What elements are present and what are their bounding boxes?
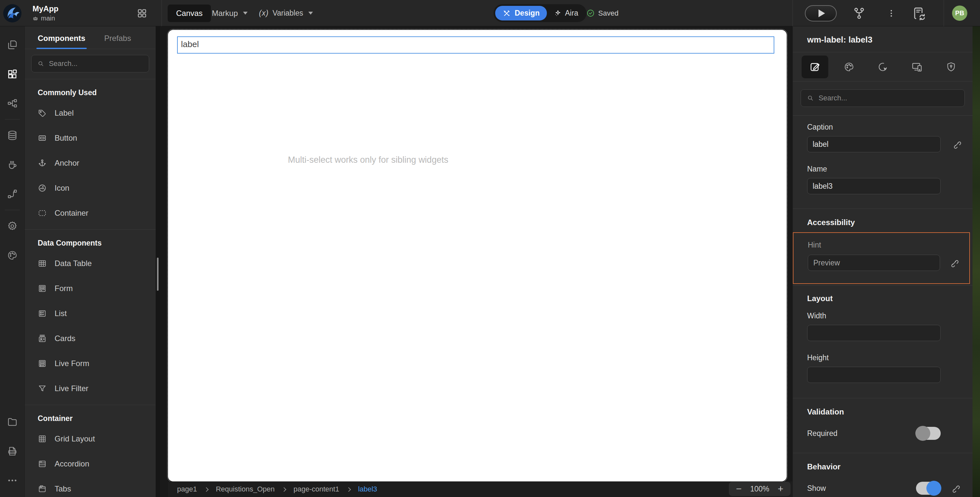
component-data-table[interactable]: Data Table (38, 251, 149, 276)
flow-button[interactable] (852, 0, 867, 26)
toggle-knob (915, 426, 930, 441)
page-canvas[interactable]: label Multi-select works only for siblin… (168, 30, 787, 481)
tab-properties[interactable] (798, 56, 832, 78)
properties-tabs (793, 52, 972, 81)
show-toggle[interactable] (916, 482, 941, 495)
name-field[interactable] (807, 178, 941, 194)
multiselect-hint-text: Multi-select works only for sibling widg… (288, 155, 449, 165)
table-icon (38, 259, 47, 268)
height-field[interactable] (807, 367, 941, 383)
component-cards[interactable]: Cards (38, 326, 149, 351)
bind-link-icon[interactable] (949, 258, 959, 268)
rail-more-button[interactable] (0, 466, 25, 495)
selected-label-widget[interactable]: label (177, 37, 774, 54)
tab-markup[interactable]: Markup (212, 0, 248, 26)
component-form[interactable]: Form (38, 276, 149, 301)
accessibility-section-title: Accessibility (807, 218, 941, 227)
rail-bottom-group: LOG (0, 407, 25, 497)
rail-database-button[interactable] (0, 121, 25, 150)
tab-responsive[interactable] (900, 61, 934, 73)
properties-search[interactable] (801, 89, 965, 107)
kebab-menu-icon (886, 8, 896, 18)
component-accordion[interactable]: Accordion (38, 451, 149, 476)
breadcrumb-page-content1[interactable]: page-content1 (293, 485, 339, 494)
accordion-icon (38, 459, 47, 468)
component-live-form[interactable]: Live Form (38, 351, 149, 376)
section-header: Container (38, 414, 149, 423)
tab-security[interactable] (934, 61, 968, 72)
user-avatar[interactable]: PB (952, 0, 967, 26)
branch-icon (852, 6, 867, 21)
shield-key-icon (945, 61, 957, 72)
design-mode-button[interactable]: Design (495, 6, 547, 21)
component-button[interactable]: Button (38, 125, 149, 151)
chevron-right-icon (282, 487, 286, 491)
caption-label: Caption (807, 123, 941, 132)
component-icon[interactable]: Icon (38, 175, 149, 200)
database-icon (7, 130, 18, 141)
component-list[interactable]: List (38, 301, 149, 326)
breadcrumb: page1 Requistions_Open page-content1 lab… (168, 481, 792, 497)
wavemaker-logo-icon (3, 4, 21, 22)
run-preview-button[interactable] (805, 0, 837, 26)
cursor-dial-icon (877, 61, 888, 72)
breadcrumb-requistions-open[interactable]: Requistions_Open (216, 485, 275, 494)
hint-field[interactable] (808, 255, 940, 271)
tab-events[interactable] (866, 61, 900, 72)
tab-components[interactable]: Components (38, 34, 86, 49)
component-tabs[interactable]: Tabs (38, 476, 149, 497)
left-icon-rail: LOG (0, 26, 25, 497)
rail-theme-button[interactable] (0, 241, 25, 270)
components-scrollbar[interactable] (156, 26, 160, 497)
branch-name: main (41, 14, 55, 22)
app-logo[interactable] (3, 0, 21, 26)
palette-icon (843, 61, 854, 72)
component-live-filter[interactable]: Live Filter (38, 376, 149, 401)
bind-link-icon[interactable] (952, 139, 961, 149)
breadcrumb-page1[interactable]: page1 (177, 485, 197, 494)
chevron-down-icon (309, 12, 313, 14)
caption-field[interactable] (807, 136, 941, 152)
ellipsis-icon (7, 475, 18, 486)
rail-settings-button[interactable] (0, 211, 25, 241)
rail-pipeline-button[interactable] (0, 179, 25, 208)
rail-hierarchy-button[interactable] (0, 89, 25, 118)
component-label[interactable]: Label (38, 100, 149, 125)
required-toggle[interactable] (916, 427, 941, 440)
rail-logs-button[interactable]: LOG (0, 437, 25, 466)
crown-icon (32, 16, 38, 21)
component-container[interactable]: Container (38, 200, 149, 225)
app-switcher-button[interactable] (137, 0, 148, 26)
rail-pages-button[interactable] (0, 30, 25, 59)
bind-link-icon[interactable] (950, 483, 960, 493)
tab-variables[interactable]: (x) Variables (259, 0, 313, 26)
tab-prefabs[interactable]: Prefabs (104, 34, 131, 49)
tab-styles[interactable] (832, 61, 866, 72)
rail-widgets-button[interactable] (0, 59, 25, 89)
chevron-down-icon (243, 12, 248, 14)
components-search[interactable] (31, 55, 149, 72)
aira-mode-button[interactable]: Aira (547, 6, 585, 21)
grid-layout-icon (38, 434, 47, 443)
more-options-button[interactable] (886, 0, 896, 26)
zoom-out-button[interactable]: − (736, 484, 742, 494)
breadcrumb-label3[interactable]: label3 (358, 485, 377, 494)
zoom-in-button[interactable]: + (778, 484, 783, 494)
rail-files-button[interactable] (0, 407, 25, 437)
rail-java-services-button[interactable] (0, 150, 25, 179)
tab-canvas[interactable]: Canvas (168, 0, 211, 26)
properties-search-input[interactable] (819, 94, 959, 102)
branch-row[interactable]: main (32, 14, 55, 22)
button-icon (38, 133, 47, 143)
document-sync-icon (912, 6, 926, 21)
hint-label: Hint (808, 241, 940, 249)
width-field[interactable] (807, 325, 941, 341)
component-anchor[interactable]: Anchor (38, 151, 149, 175)
section-header: Commonly Used (38, 88, 149, 97)
component-grid-layout[interactable]: Grid Layout (38, 426, 149, 451)
components-search-input[interactable] (49, 59, 143, 68)
devices-icon (911, 61, 923, 73)
sync-docs-button[interactable] (912, 0, 926, 26)
scrollbar-thumb[interactable] (157, 257, 159, 291)
form-icon (38, 284, 47, 293)
